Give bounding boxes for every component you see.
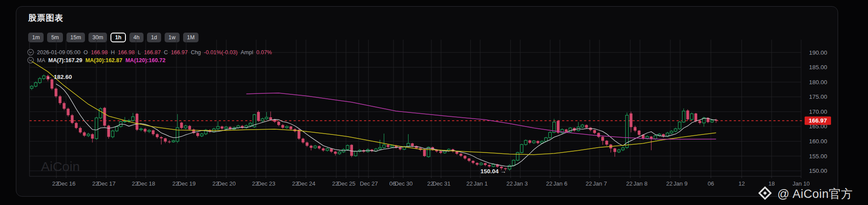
candle-body-up [115,127,118,131]
candle-body-up [265,117,268,119]
candle-body-up [710,120,713,122]
candle-body-down [638,130,640,134]
candle-body-up [30,86,33,89]
candle-body-down [334,152,337,154]
ma-legend-segment: MA(7):167.29 [48,57,82,63]
y-axis-labels[interactable]: 190.00185.00180.00175.00170.00165.00160.… [809,49,827,175]
candle-body-up [618,150,620,152]
candle-body-down [476,163,478,165]
x-date-label: Dec 20 [217,180,235,187]
candle-body-up [42,76,45,78]
candle-body-up [172,141,175,142]
price-tick-label: 175.00 [809,93,827,100]
candle-body-down [699,121,701,123]
x-date-label: Dec 23 [257,180,275,187]
candle-body-down [136,114,138,130]
chart-canvas[interactable]: AiCoin22Dec 1622Dec 1722Dec 1822Dec 1922… [0,0,868,205]
candle-body-down [585,125,588,128]
price-tick-label: 185.00 [809,64,827,71]
candle-body-down [257,112,260,121]
candle-body-up [217,127,219,129]
x-hour-label: 22 [507,180,513,187]
candle-body-down [467,158,470,160]
candle-body-down [686,111,689,119]
candle-body-up [184,126,187,128]
price-tick-label: 180.00 [809,79,827,86]
candle-body-up [516,153,519,160]
x-date-label: Dec 19 [177,180,195,187]
candle-body-up [346,145,349,149]
candle-body-down [423,150,426,156]
candle-body-up [682,111,685,122]
ohlc-legend-segment: O [84,49,88,56]
candle-body-down [143,129,146,131]
candle-body-down [463,156,466,158]
candle-body-up [544,138,547,141]
x-axis-labels[interactable]: 22Dec 1622Dec 1722Dec 1822Dec 1922Dec 20… [52,180,810,187]
brand-name: @ AiCoin官方 [777,186,853,202]
candle-body-down [605,141,608,145]
candle-body-down [188,126,191,130]
ohlc-legend-segment: 2026-01-09 05:00 [37,49,81,56]
candle-body-up [99,109,102,118]
ohlc-legend-segment: C [164,49,168,56]
ohlc-legend-segment: 166.98 [118,49,135,56]
ma120-line [246,93,716,139]
ohlc-legend-row: 2026-01-09 05:00O166.98H166.98L166.87C16… [27,49,272,56]
x-hour-label: 22 [626,180,633,187]
candle-body-down [273,119,276,122]
candle-body-down [67,109,70,116]
ohlc-legend-segment: 166.98 [91,49,107,56]
x-date-label: Dec 18 [137,180,155,187]
x-future-label: 06 [708,180,714,187]
candle-body-up [480,163,482,164]
candle-body-up [354,151,357,156]
candle-body-down [411,143,414,146]
candle-body-up [622,148,624,150]
x-date-label: Dec 31 [432,180,450,187]
candle-body-down [537,141,539,143]
candle-body-up [541,141,543,143]
candle-body-down [565,130,567,132]
candle-body-down [79,128,81,132]
price-tick-label: 160.00 [809,138,827,145]
candle-body-up [520,145,523,153]
candle-body-up [512,160,515,165]
candle-body-up [492,164,495,167]
candle-body-down [310,146,313,148]
candle-body-down [83,132,85,135]
x-hour-label: 22 [586,180,592,187]
x-date-label: Jan 7 [593,180,607,187]
candle-body-down [614,149,616,152]
ohlc-legend-segment: Chg [191,49,201,56]
ma-legend-segment: MA(30):162.87 [85,57,122,63]
candle-body-down [386,145,389,147]
candle-body-up [646,137,648,138]
x-date-label: Jan 9 [673,180,688,187]
x-date-label: Dec 16 [57,180,75,187]
collapse-chevron-icon[interactable] [27,49,34,56]
watermark-text: AiCoin [41,159,80,174]
candle-body-up [690,114,693,119]
candle-body-up [391,145,394,147]
candle-body-down [629,113,632,127]
candle-body-up [111,131,114,137]
ohlc-legend-segment: H [111,49,115,56]
candle-body-down [290,127,292,129]
candle-body-down [318,146,320,148]
candle-body-up [379,148,381,149]
price-tick-label: 150.00 [809,168,827,174]
ohlc-legend-segment: -0.01%(-0.03) [204,49,237,56]
candle-body-down [168,142,171,142]
candle-body-down [528,140,531,142]
x-date-label: Jan 3 [514,180,528,187]
ohlc-legend-segment: L [138,49,141,56]
candle-body-up [148,130,151,132]
candle-body-up [285,127,288,128]
candle-body-down [472,161,474,163]
candle-body-down [330,149,333,152]
candle-body-down [51,79,53,89]
collapse-chevron-icon[interactable] [27,57,34,63]
candle-body-up [524,140,527,144]
ma-legend-row: MAMA(7):167.29MA(30):162.87MA(120):160.7… [27,57,166,63]
